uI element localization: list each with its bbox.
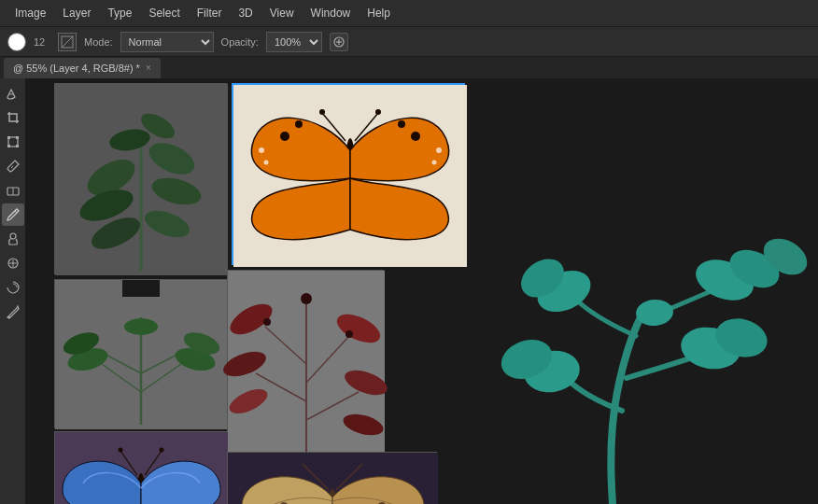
svg-point-75 — [160, 448, 164, 453]
image-tile-leaves-midleft — [54, 279, 227, 428]
svg-line-14 — [15, 211, 17, 213]
blur-tool[interactable] — [2, 276, 24, 299]
healing-brush-icon — [6, 256, 21, 271]
svg-line-1 — [62, 36, 73, 48]
opacity-label: Opacity: — [221, 36, 259, 48]
menu-3d[interactable]: 3D — [231, 4, 260, 22]
edit-icon — [333, 36, 345, 48]
svg-rect-9 — [7, 145, 10, 147]
image-tile-brown-moth — [227, 452, 437, 504]
brown-moth-svg — [228, 453, 438, 504]
image-tile-blue-butterfly — [54, 431, 227, 504]
eyedropper-icon — [6, 159, 21, 174]
svg-point-36 — [264, 161, 269, 165]
clone-stamp-tool[interactable] — [2, 228, 24, 250]
brush-preview[interactable] — [7, 33, 26, 51]
leaves-topleft-svg — [55, 84, 228, 275]
paint-bucket-icon — [6, 86, 21, 101]
eyedropper-tool[interactable] — [2, 155, 24, 177]
svg-point-15 — [10, 233, 16, 239]
red-flowers-svg — [228, 271, 385, 453]
svg-point-35 — [259, 147, 264, 153]
eraser-icon — [6, 183, 21, 198]
svg-point-53 — [124, 318, 158, 335]
brush-mode-icon[interactable] — [58, 33, 77, 51]
svg-point-74 — [119, 448, 123, 453]
svg-point-38 — [432, 161, 437, 165]
menu-filter[interactable]: Filter — [190, 4, 230, 22]
image-tile-leaves-topleft — [54, 83, 227, 274]
toolbox — [0, 78, 26, 504]
svg-point-31 — [280, 132, 289, 141]
eraser-tool[interactable] — [2, 179, 24, 202]
svg-rect-10 — [16, 145, 19, 147]
svg-point-68 — [346, 330, 353, 338]
pen-tool[interactable] — [2, 301, 24, 323]
svg-point-66 — [301, 293, 312, 304]
leaves-midleft-svg — [55, 280, 228, 429]
canvas-area[interactable] — [26, 78, 818, 504]
document-tab[interactable]: @ 55% (Layer 4, RGB/8#) * × — [4, 58, 161, 78]
healing-brush-tool[interactable] — [2, 252, 24, 274]
transform-tool[interactable] — [2, 131, 24, 153]
menu-image[interactable]: Image — [7, 4, 53, 22]
canvas-content — [26, 78, 818, 504]
brush-size-indicator: 12 — [34, 36, 50, 48]
tile-notch — [122, 280, 160, 297]
svg-point-37 — [436, 147, 442, 153]
svg-point-42 — [375, 109, 381, 115]
svg-point-34 — [398, 120, 405, 128]
menu-layer[interactable]: Layer — [55, 4, 98, 22]
transform-icon — [6, 134, 21, 149]
plant-illustration — [501, 224, 818, 504]
opacity-select[interactable]: 100% 75% 50% 25% — [266, 32, 322, 52]
main-area — [0, 78, 818, 504]
tab-close-button[interactable]: × — [146, 63, 151, 73]
tab-bar: @ 55% (Layer 4, RGB/8#) * × — [0, 56, 818, 78]
butterfly-main-svg — [233, 85, 467, 267]
svg-point-32 — [295, 120, 303, 128]
menu-help[interactable]: Help — [360, 4, 398, 22]
brush-tool[interactable] — [2, 203, 24, 226]
menu-type[interactable]: Type — [100, 4, 139, 22]
menu-bar: Image Layer Type Select Filter 3D View W… — [0, 0, 818, 26]
svg-rect-8 — [16, 136, 19, 139]
svg-line-11 — [11, 166, 13, 168]
brush-icon — [6, 207, 21, 222]
mode-select[interactable]: Normal Dissolve Multiply Screen Overlay — [120, 32, 214, 52]
options-edit-button[interactable] — [330, 33, 348, 51]
menu-window[interactable]: Window — [303, 4, 359, 22]
crop-icon — [6, 110, 21, 125]
svg-rect-7 — [7, 136, 10, 139]
svg-point-67 — [263, 318, 271, 326]
menu-view[interactable]: View — [262, 4, 302, 22]
crop-tool[interactable] — [2, 106, 24, 129]
plant-illustration-svg — [501, 224, 818, 504]
menu-select[interactable]: Select — [141, 4, 187, 22]
pen-icon — [6, 304, 21, 319]
tab-label: @ 55% (Layer 4, RGB/8#) * — [13, 63, 140, 74]
clone-stamp-icon — [6, 231, 21, 246]
image-tile-red-flowers — [227, 270, 384, 452]
options-bar: 12 Mode: Normal Dissolve Multiply Screen… — [0, 26, 818, 56]
brush-mode-svg — [61, 35, 74, 49]
image-tile-butterfly-main[interactable] — [232, 83, 465, 265]
blue-butterfly-svg — [55, 432, 228, 504]
paint-bucket-tool[interactable] — [2, 82, 24, 105]
svg-point-41 — [319, 109, 325, 115]
svg-point-33 — [411, 132, 420, 141]
blur-icon — [6, 280, 21, 295]
mode-label: Mode: — [84, 36, 113, 48]
